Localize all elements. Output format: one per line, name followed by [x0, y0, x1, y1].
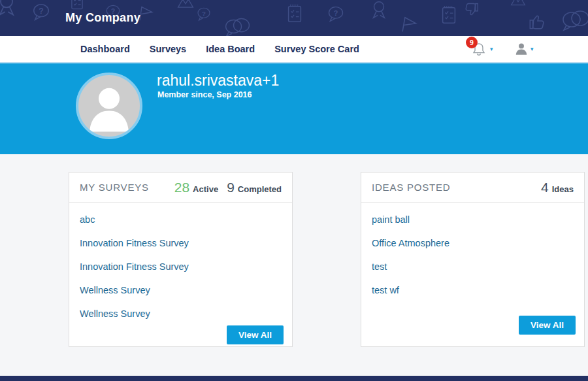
profile-hero: rahul.srivastava+1 Member since, Sep 201…	[0, 63, 588, 154]
my-surveys-title: MY SURVEYS	[80, 182, 149, 193]
my-surveys-card: MY SURVEYS 28 Active 9 Completed abc Inn…	[69, 172, 293, 347]
ideas-posted-title: IDEAS POSTED	[372, 182, 450, 193]
ideas-list: paint ball Office Atmosphere test test w…	[361, 203, 584, 302]
my-surveys-list: abc Innovation Fitness Survey Innovation…	[69, 203, 292, 325]
chat-bubbles-icon	[561, 8, 588, 31]
active-label: Active	[193, 184, 218, 194]
account-menu[interactable]: ▾	[514, 36, 542, 62]
ideas-stats: 4 Ideas	[541, 180, 574, 195]
award-ribbon-icon	[369, 0, 389, 20]
flag-icon	[397, 12, 421, 36]
ideas-posted-card: IDEAS POSTED 4 Ideas paint ball Office A…	[361, 172, 585, 347]
person-silhouette-icon	[78, 75, 140, 137]
ideas-footer: View All	[361, 316, 584, 346]
bow-icon	[510, 0, 527, 7]
my-surveys-footer: View All	[69, 325, 292, 352]
user-icon	[514, 42, 529, 56]
idea-link[interactable]: test wf	[372, 278, 574, 302]
completed-label: Completed	[238, 184, 282, 194]
question-bubble-icon	[31, 3, 51, 22]
question-bubble-icon	[327, 5, 345, 24]
active-count: 28	[174, 180, 189, 195]
thumbs-down-icon	[461, 0, 481, 20]
notification-count-badge: 9	[466, 37, 478, 48]
clipboard-icon	[439, 5, 459, 25]
survey-link[interactable]: Innovation Fitness Survey	[80, 231, 282, 255]
clipboard-icon	[69, 0, 86, 10]
username: rahul.srivastava+1	[157, 72, 279, 90]
chevron-down-icon: ▾	[531, 46, 534, 52]
chevron-down-icon: ▾	[490, 46, 493, 52]
member-since: Member since, Sep 2016	[157, 90, 252, 99]
app-header: My Company	[0, 0, 588, 36]
completed-count: 9	[227, 180, 235, 195]
footer-bar	[0, 376, 588, 381]
ideas-count: 4	[541, 180, 549, 195]
nav-item-survey-score-card[interactable]: Survey Score Card	[274, 44, 359, 54]
notifications-menu[interactable]: 9 ▾	[466, 36, 498, 62]
bow-icon	[176, 0, 195, 9]
survey-link[interactable]: abc	[80, 208, 282, 231]
nav-item-surveys[interactable]: Surveys	[150, 44, 186, 54]
my-surveys-card-header: MY SURVEYS 28 Active 9 Completed	[69, 173, 292, 203]
idea-link[interactable]: paint ball	[372, 208, 574, 231]
survey-link[interactable]: Innovation Fitness Survey	[80, 255, 282, 278]
chat-bubbles-icon	[223, 16, 252, 36]
app-title: My Company	[65, 11, 140, 25]
avatar	[76, 73, 142, 139]
main-nav: Dashboard Surveys Idea Board Survey Scor…	[0, 36, 588, 63]
question-bubble-icon	[196, 7, 212, 22]
nav-item-dashboard[interactable]: Dashboard	[80, 44, 130, 54]
ideas-view-all-button[interactable]: View All	[519, 316, 576, 335]
nav-item-idea-board[interactable]: Idea Board	[206, 44, 255, 54]
idea-link[interactable]: Office Atmosphere	[372, 231, 574, 255]
my-surveys-stats: 28 Active 9 Completed	[174, 180, 282, 195]
surveys-view-all-button[interactable]: View All	[227, 325, 284, 344]
nav-links: Dashboard Surveys Idea Board Survey Scor…	[80, 36, 359, 62]
ideas-card-header: IDEAS POSTED 4 Ideas	[361, 173, 584, 203]
thumbs-up-icon	[527, 10, 549, 33]
idea-link[interactable]: test	[372, 255, 574, 278]
survey-link[interactable]: Wellness Survey	[80, 278, 282, 302]
ideas-count-label: Ideas	[552, 184, 574, 194]
clipboard-icon	[285, 4, 304, 24]
award-ribbon-icon	[0, 0, 18, 17]
survey-link[interactable]: Wellness Survey	[80, 302, 282, 325]
